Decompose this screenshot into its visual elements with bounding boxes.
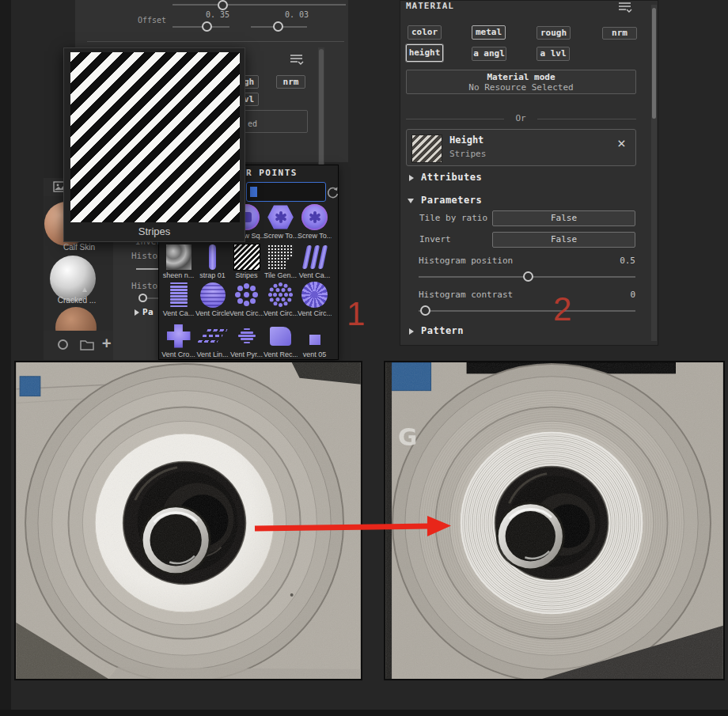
shelf-item-calf-skin-label: Calf Skin <box>44 243 113 252</box>
top-slider-track[interactable] <box>173 4 346 6</box>
histogram-label-fragment-2: Histo <box>131 281 157 291</box>
filter-icon-material-panel[interactable] <box>618 2 632 13</box>
material-mode-subtitle: No Resource Selected <box>407 82 635 93</box>
channel-rough-button[interactable]: rough <box>537 26 571 40</box>
arrow-annotation <box>252 511 454 543</box>
stripes-thumb-icon <box>233 244 260 271</box>
histogram-contrast-track[interactable] <box>419 310 635 312</box>
picker-item-vent-ca-stack[interactable]: Vent Ca... <box>161 280 195 317</box>
screw-circle-icon <box>301 204 328 230</box>
invert-value[interactable]: False <box>492 232 635 248</box>
attributes-section-header[interactable]: Attributes <box>421 172 482 183</box>
offset-value-2: 0. 03 <box>277 10 309 19</box>
offset-label: Offset <box>138 16 166 25</box>
material-mode-box[interactable]: Material mode No Resource Selected <box>406 70 636 94</box>
histogram-position-handle[interactable] <box>523 271 533 282</box>
channel-color-button[interactable]: color <box>408 25 442 40</box>
folder-icon[interactable] <box>80 339 94 350</box>
left-edge-strip <box>0 0 11 716</box>
attributes-chevron-icon[interactable] <box>409 175 414 181</box>
offset-slider-1-handle[interactable] <box>202 21 212 32</box>
app-canvas: Offset 0. 35 0. 03 gh nrm vl ed Inver Hi… <box>0 0 728 716</box>
vent-dots-icon <box>279 293 282 297</box>
picker-item-vent-ca-bars[interactable]: Vent Ca... <box>298 242 332 279</box>
vent-bars-icon <box>301 245 327 269</box>
material-mode-title: Material mode <box>407 72 635 82</box>
picker-item-stripes[interactable]: Stripes <box>229 242 264 279</box>
tile-by-ratio-value[interactable]: False <box>492 210 635 226</box>
offset-slider-2-handle[interactable] <box>273 21 283 32</box>
parameters-chevron-icon[interactable] <box>408 199 414 203</box>
picker-header: R POINTS <box>246 168 298 178</box>
picker-item-vent-pyramid[interactable]: Vent Pyr... <box>229 321 264 358</box>
histogram-position-label: Histogram position <box>419 256 513 266</box>
scrollbar-thumb-right[interactable] <box>652 8 656 119</box>
recycle-icon[interactable] <box>58 339 68 350</box>
sheen-icon <box>166 244 191 270</box>
picker-item-vent-cross[interactable]: Vent Cro... <box>161 321 195 358</box>
bottom-edge-strip <box>0 710 728 716</box>
strap-icon <box>209 244 216 270</box>
histogram-label-fragment-1: Histo <box>131 251 157 261</box>
or-divider-left <box>406 119 504 119</box>
picker-item-vent-rect[interactable]: Vent Rec... <box>264 321 298 358</box>
histogram-contrast-label: Histogram contrast <box>419 290 513 300</box>
pattern-section-header[interactable]: Pattern <box>421 325 464 336</box>
picker-item-vent-lines[interactable]: Vent Lin... <box>195 321 229 358</box>
picker-item-strap01[interactable]: strap 01 <box>195 242 229 279</box>
channel-nrm-fragment[interactable]: nrm <box>276 75 305 89</box>
annotation-number-1: 1 <box>347 295 365 333</box>
channel-metal-button[interactable]: metal <box>472 25 506 40</box>
vent-circle-icon <box>200 282 226 308</box>
remove-resource-icon[interactable]: × <box>617 136 626 150</box>
offset-slider-1-track[interactable] <box>173 26 229 28</box>
resource-name: Stripes <box>449 149 486 159</box>
picker-item-vent05[interactable]: vent 05 <box>298 321 332 358</box>
slider-fragment-handle[interactable] <box>138 294 147 302</box>
histogram-contrast-handle[interactable] <box>420 305 430 316</box>
parameters-section-header[interactable]: Parameters <box>421 195 482 206</box>
tile-by-ratio-label: Tile by ratio <box>419 213 487 223</box>
channel-height-button[interactable]: height <box>406 44 443 62</box>
picker-item-tilegen[interactable]: Tile Gen... <box>264 242 298 279</box>
pattern-chevron-fragment[interactable] <box>135 309 139 316</box>
picker-item-vent-dots[interactable]: Vent Circ... <box>264 280 298 317</box>
channel-nrm-button[interactable]: nrm <box>602 27 637 40</box>
top-slider-handle[interactable] <box>218 0 228 10</box>
tile-generator-icon <box>267 244 294 270</box>
vent-lines-icon <box>198 329 228 343</box>
stripes-preview-image <box>70 52 240 222</box>
annotation-number-2: 2 <box>553 290 571 328</box>
channel-alvl-button[interactable]: a lvl <box>537 47 570 61</box>
stripes-preview-label: Stripes <box>64 225 245 237</box>
mode-box-fragment-text: ed <box>248 119 257 128</box>
shelf-item-partial-sphere[interactable] <box>55 307 97 331</box>
picker-item-screw-to-1[interactable]: Screw To... <box>264 203 298 240</box>
resource-thumbnail <box>411 134 442 163</box>
add-resource-button[interactable]: + <box>102 334 111 351</box>
channel-aangl-button[interactable]: a angl <box>472 47 506 61</box>
picker-item-vent-flower[interactable]: Vent Circ... <box>229 280 264 317</box>
shelf-item-cracked-sphere[interactable] <box>50 256 96 301</box>
picker-item-screw-to-2[interactable]: Screw To... <box>298 203 332 240</box>
slider-fragment-track-1[interactable] <box>136 268 158 270</box>
picker-item-vent-circle[interactable]: Vent Circle <box>195 280 229 317</box>
vent-cross-icon <box>167 324 191 348</box>
screw-hex-icon <box>267 205 294 230</box>
refresh-icon[interactable] <box>326 186 339 199</box>
offset-value-1: 0. 35 <box>198 10 229 19</box>
invert-label: Invert <box>419 234 451 244</box>
picker-item-vent-fan[interactable]: Vent Circ... <box>298 280 332 317</box>
vent-stack-icon <box>170 282 188 307</box>
vent-fan-icon <box>301 282 328 308</box>
histogram-position-value: 0.5 <box>593 256 635 266</box>
pattern-label-fragment: Pa <box>142 307 154 317</box>
panel-divider <box>87 41 344 42</box>
resource-slot[interactable]: Height Stripes × <box>406 129 636 166</box>
pattern-chevron-icon[interactable] <box>409 328 414 335</box>
picker-item-sheen[interactable]: sheen n... <box>161 242 195 279</box>
material-panel-title: MATERIAL <box>406 1 454 11</box>
vent-rect-icon <box>270 327 291 346</box>
search-input[interactable] <box>246 182 326 202</box>
filter-icon-left-panel[interactable] <box>290 54 304 65</box>
